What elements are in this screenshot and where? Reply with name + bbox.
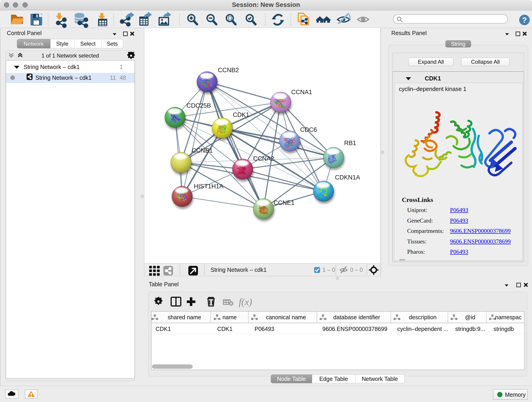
svg-text:CCNB2: CCNB2 [218, 67, 239, 74]
svg-text:cyclin–dependent ...: cyclin–dependent ... [397, 326, 448, 332]
svg-text:namespac: namespac [495, 314, 521, 320]
svg-text:CDK1: CDK1 [156, 326, 171, 332]
svg-text:1 – 0: 1 – 0 [322, 267, 335, 273]
svg-text:f(x): f(x) [239, 297, 252, 307]
svg-text:CCNE1: CCNE1 [273, 199, 295, 206]
svg-text:CDK1: CDK1 [233, 111, 249, 118]
svg-text:CDK1: CDK1 [217, 326, 233, 332]
svg-text:database identifier: database identifier [333, 314, 380, 320]
svg-text:stringdb: stringdb [494, 326, 514, 332]
svg-text:CCNB1: CCNB1 [192, 147, 213, 154]
svg-text:name: name [222, 314, 237, 320]
svg-text:String Network – cdk1: String Network – cdk1 [210, 267, 267, 273]
svg-text:CCNA1: CCNA1 [291, 89, 312, 96]
svg-text:9606.ENSP00000378699: 9606.ENSP00000378699 [322, 326, 387, 332]
svg-text:stringdb:9...: stringdb:9... [455, 326, 485, 332]
svg-text:CCNA2: CCNA2 [253, 155, 274, 162]
svg-text:description: description [409, 314, 437, 320]
svg-text:@id: @id [465, 314, 475, 320]
svg-text:canonical name: canonical name [266, 314, 306, 320]
svg-text:RB1: RB1 [344, 140, 356, 147]
svg-text:CDKN1A: CDKN1A [335, 174, 360, 181]
svg-text:CDC6: CDC6 [300, 126, 317, 133]
svg-text:CDC25B: CDC25B [186, 102, 211, 109]
svg-text:HIST1H1A: HIST1H1A [194, 183, 223, 190]
svg-text:0 – 0: 0 – 0 [350, 267, 363, 273]
svg-text:P06493: P06493 [254, 326, 274, 332]
svg-text:?: ? [522, 16, 527, 24]
svg-text:shared name: shared name [168, 314, 201, 320]
